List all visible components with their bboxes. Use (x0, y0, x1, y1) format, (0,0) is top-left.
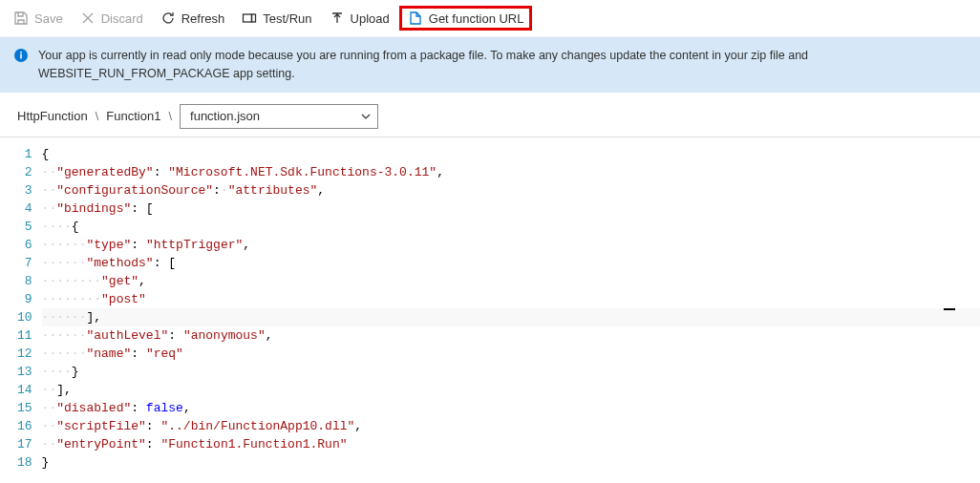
breadcrumb-root[interactable]: HttpFunction (17, 109, 88, 123)
line-number: 1 (17, 145, 32, 163)
get-function-url-label: Get function URL (429, 11, 524, 26)
get-function-url-button[interactable]: Get function URL (399, 6, 533, 31)
code-line[interactable]: ··"entryPoint": "Function1.Function1.Run… (42, 435, 980, 453)
line-number: 5 (17, 218, 32, 236)
upload-button[interactable]: Upload (322, 7, 397, 30)
line-number: 2 (17, 163, 32, 181)
code-line[interactable]: ····{ (42, 218, 980, 236)
line-number: 14 (17, 381, 32, 399)
upload-label: Upload (351, 11, 390, 26)
file-selector-value: function.json (190, 109, 260, 123)
get-function-url-icon (408, 10, 423, 26)
testrun-label: Test/Run (263, 11, 311, 26)
testrun-icon (242, 10, 257, 26)
info-icon (13, 48, 29, 63)
code-line[interactable]: ··"disabled": false, (42, 399, 980, 417)
code-line[interactable]: ··], (42, 381, 980, 399)
line-number: 10 (17, 308, 32, 326)
file-selector[interactable]: function.json (180, 104, 378, 129)
breadcrumb-sep: \ (168, 109, 172, 123)
line-number: 6 (17, 236, 32, 254)
line-number: 4 (17, 200, 32, 218)
line-number: 3 (17, 181, 32, 200)
code-line[interactable]: ··"bindings": [ (42, 200, 980, 218)
svg-rect-3 (20, 54, 22, 59)
toolbar: Save Discard Refresh Test/Run Upload Get… (0, 0, 980, 37)
refresh-button[interactable]: Refresh (153, 7, 233, 30)
discard-label: Discard (101, 11, 143, 26)
discard-button[interactable]: Discard (73, 7, 151, 30)
line-number: 11 (17, 326, 32, 345)
code-line[interactable]: { (42, 145, 980, 163)
code-line[interactable]: ··"scriptFile": "../bin/FunctionApp10.dl… (42, 417, 980, 435)
line-number: 8 (17, 272, 32, 290)
overview-ruler-mark (944, 308, 955, 310)
breadcrumb-func[interactable]: Function1 (106, 109, 160, 123)
line-number: 15 (17, 399, 32, 417)
refresh-label: Refresh (181, 11, 225, 26)
code-line[interactable]: ······"methods": [ (42, 254, 980, 272)
upload-icon (330, 10, 345, 26)
code-body[interactable]: {··"generatedBy": "Microsoft.NET.Sdk.Fun… (42, 145, 980, 472)
save-button[interactable]: Save (6, 7, 71, 30)
discard-icon (80, 10, 96, 26)
code-line[interactable]: ··"generatedBy": "Microsoft.NET.Sdk.Func… (42, 163, 980, 181)
code-line[interactable]: ··"configurationSource":·"attributes", (42, 181, 980, 200)
code-line[interactable]: ······"authLevel": "anonymous", (42, 326, 980, 345)
code-line[interactable]: ······], (42, 308, 980, 326)
refresh-icon (160, 10, 176, 26)
code-line[interactable]: ····} (42, 363, 980, 381)
save-icon (13, 10, 29, 26)
svg-rect-1 (252, 14, 256, 22)
chevron-down-icon (360, 111, 372, 122)
code-line[interactable]: ······"name": "req" (42, 345, 980, 363)
svg-rect-0 (244, 14, 252, 22)
line-number: 16 (17, 417, 32, 435)
line-number: 7 (17, 254, 32, 272)
line-number: 17 (17, 435, 32, 453)
code-line[interactable]: } (42, 453, 980, 472)
code-line[interactable]: ······"type": "httpTrigger", (42, 236, 980, 254)
line-number: 9 (17, 290, 32, 308)
testrun-button[interactable]: Test/Run (234, 7, 319, 30)
line-gutter: 1 2 3 4 5 6 7 8 9 10 11 12 13 14 15 16 1… (0, 145, 42, 472)
code-line[interactable]: ········"get", (42, 272, 980, 290)
breadcrumb-sep: \ (96, 109, 99, 123)
code-line[interactable]: ········"post" (42, 290, 980, 308)
info-bar: Your app is currently in read only mode … (0, 37, 980, 96)
code-editor[interactable]: 1 2 3 4 5 6 7 8 9 10 11 12 13 14 15 16 1… (0, 137, 980, 472)
line-number: 13 (17, 363, 32, 381)
info-message: Your app is currently in read only mode … (38, 47, 967, 83)
svg-rect-4 (20, 52, 22, 53)
breadcrumb: HttpFunction \ Function1 \ function.json (0, 96, 980, 137)
save-label: Save (34, 11, 63, 26)
line-number: 18 (17, 453, 32, 472)
line-number: 12 (17, 345, 32, 363)
